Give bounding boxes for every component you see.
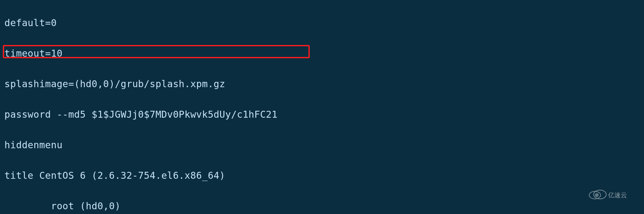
config-line-default: default=0 bbox=[4, 15, 640, 31]
terminal-output: default=0 timeout=10 splashimage=(hd0,0)… bbox=[0, 0, 644, 214]
config-line-timeout: timeout=10 bbox=[4, 46, 640, 61]
config-line-hiddenmenu: hiddenmenu bbox=[4, 138, 640, 153]
config-line-splashimage: splashimage=(hd0,0)/grub/splash.xpm.gz bbox=[4, 76, 640, 92]
config-line-root: root (hd0,0) bbox=[4, 199, 640, 214]
config-line-title: title CentOS 6 (2.6.32-754.el6.x86_64) bbox=[4, 168, 640, 183]
config-line-password: password --md5 $1$JGWJj0$7MDv0Pkwvk5dUy/… bbox=[4, 107, 640, 122]
